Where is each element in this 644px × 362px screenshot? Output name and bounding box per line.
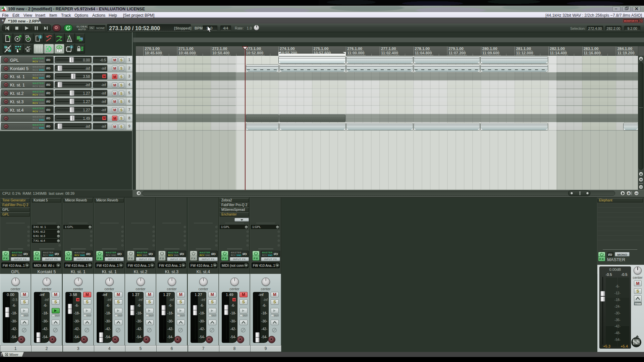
- svg-text:i: i: [40, 35, 41, 39]
- svg-text:i: i: [71, 46, 72, 49]
